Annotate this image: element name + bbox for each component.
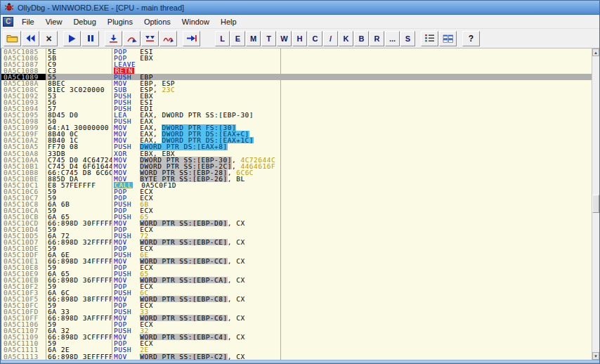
disasm-row[interactable]: 0A5C109457PUSH EDI: [1, 105, 592, 112]
cpu-window-icon[interactable]: C: [3, 17, 13, 27]
disassembly-cell: PUSH 65: [112, 214, 281, 220]
disasm-row[interactable]: 0A5C10F259POP ECX: [1, 283, 592, 290]
ollydbg-window: OllyDbg - WINWORD.EXE - [CPU - main thre…: [0, 0, 600, 364]
comment-cell: [281, 182, 592, 188]
disasm-row[interactable]: 0A5C10AAC745 D0 4C64724CMOV DWORD PTR SS…: [1, 157, 592, 163]
toolbar-letter-button-0[interactable]: L: [215, 31, 230, 46]
disasm-row[interactable]: 0A5C10C759POP ECX: [1, 195, 592, 201]
disasm-row[interactable]: 0A5C108955PUSH EBP: [1, 74, 592, 80]
disassembly-cell: MOV WORD PTR SS:[EBP-C6], CX: [112, 315, 281, 321]
disasm-row[interactable]: 0A5C10B1C745 D4 6F616444MOV DWORD PTR SS…: [1, 163, 592, 169]
menu-item-plugins[interactable]: Plugins: [102, 15, 138, 28]
hexdump-cell: 50: [46, 118, 112, 124]
comment-cell: [281, 124, 592, 131]
disasm-row[interactable]: 0A5C10E859POP ECX: [1, 264, 592, 271]
disasm-row[interactable]: 0A5C11116A 2EPUSH 2E: [1, 346, 592, 353]
toolbar-letter-button-5[interactable]: H: [292, 31, 307, 46]
disasm-row[interactable]: 0A5C10F566:898D 38FFFFFFMOV WORD PTR SS:…: [1, 296, 592, 302]
run-button[interactable]: [63, 31, 81, 46]
pause-button[interactable]: [81, 31, 99, 46]
step-into-button[interactable]: [105, 31, 122, 46]
disasm-row[interactable]: 0A5C10C1E8 57FEFFFFCALL 0A5C0F1D: [1, 182, 592, 188]
disasm-row[interactable]: 0A5C10A5FF70 08PUSH DWORD PTR DS:[EAX+8]: [1, 143, 592, 150]
disasm-row[interactable]: 0A5C10BE885D DAMOV BYTE PTR SS:[EBP-26],…: [1, 176, 592, 182]
toolbar-letter-button-11[interactable]: ...: [385, 31, 400, 46]
disasm-row[interactable]: 0A5C110659POP ECX: [1, 321, 592, 327]
disasm-row[interactable]: 0A5C110966:898D 3CFFFFFFMOV WORD PTR SS:…: [1, 334, 592, 340]
disasm-row[interactable]: 0A5C10A28B40 1CMOV EAX, DWORD PTR DS:[EA…: [1, 137, 592, 143]
step-over-button[interactable]: [123, 31, 141, 46]
disassembly-cell: PUSH 6E: [112, 252, 281, 258]
disasm-row[interactable]: 0A5C10CD66:898D 30FFFFFFMOV WORD PTR SS:…: [1, 220, 592, 226]
disasm-row[interactable]: 0A5C111366:898D 3EFFFFFFMOV WORD PTR SS:…: [1, 353, 592, 360]
address-cell: 0A5C10E8: [1, 264, 46, 271]
menu-item-file[interactable]: File: [16, 15, 40, 28]
menu-item-help[interactable]: Help: [215, 15, 242, 28]
disasm-row[interactable]: 0A5C1088C3RETN: [1, 67, 592, 74]
comment-cell: [281, 271, 592, 277]
disasm-row[interactable]: 0A5C10EB66:898D 36FFFFFFMOV WORD PTR SS:…: [1, 277, 592, 283]
disasm-row[interactable]: 0A5C10855EPOP ESI: [1, 48, 592, 55]
comment-cell: [281, 290, 592, 296]
title-bar[interactable]: OllyDbg - WINWORD.EXE - [CPU - main thre…: [1, 1, 599, 15]
scroll-up-icon[interactable]: ▲: [592, 48, 599, 56]
animate-into-button[interactable]: [141, 31, 159, 46]
disasm-row[interactable]: 0A5C109356PUSH ESI: [1, 99, 592, 105]
toolbar-letter-button-3[interactable]: T: [261, 31, 276, 46]
disasm-row[interactable]: 0A5C10FD6A 33PUSH 33: [1, 308, 592, 315]
toolbar-letter-button-1[interactable]: E: [230, 31, 245, 46]
disasm-row[interactable]: 0A5C108A8BECMOV EBP, ESP: [1, 80, 592, 86]
disasm-row[interactable]: 0A5C109964:A1 30000000MOV EAX, DWORD PTR…: [1, 124, 592, 131]
disasm-row[interactable]: 0A5C111059POP ECX: [1, 340, 592, 346]
menu-item-options[interactable]: Options: [138, 15, 176, 28]
disasm-row[interactable]: 0A5C10E166:898D 34FFFFFFMOV WORD PTR SS:…: [1, 258, 592, 264]
disasm-row[interactable]: 0A5C1087C9LEAVE: [1, 61, 592, 67]
disasm-row[interactable]: 0A5C109F8B40 0CMOV EAX, DWORD PTR DS:[EA…: [1, 131, 592, 137]
close-button[interactable]: ×: [40, 31, 58, 46]
disasm-row[interactable]: 0A5C10D459POP ECX: [1, 226, 592, 233]
disasm-row[interactable]: 0A5C10DE59POP ECX: [1, 245, 592, 252]
disasm-row[interactable]: 0A5C10D766:898D 32FFFFFFMOV WORD PTR SS:…: [1, 239, 592, 245]
toolbar-letter-button-12[interactable]: S: [400, 31, 415, 46]
disasm-row[interactable]: 0A5C10CB6A 65PUSH 65: [1, 214, 592, 220]
disasm-row[interactable]: 0A5C109850PUSH EAX: [1, 118, 592, 124]
disasm-row[interactable]: 0A5C10F36A 6CPUSH 6C: [1, 290, 592, 296]
disasm-row[interactable]: 0A5C10FC59POP ECX: [1, 302, 592, 308]
vertical-scrollbar[interactable]: ▲ ▼: [592, 48, 599, 360]
disasm-row[interactable]: 0A5C10D56A 72PUSH 72: [1, 233, 592, 239]
execute-till-return-button[interactable]: [183, 31, 200, 46]
toolbar-letter-button-7[interactable]: /: [323, 31, 338, 46]
disasm-row[interactable]: 0A5C10865BPOP EBX: [1, 55, 592, 61]
disasm-row[interactable]: 0A5C10C86A 6BPUSH 6B: [1, 201, 592, 207]
toolbar-letter-button-4[interactable]: W: [277, 31, 292, 46]
disasm-row[interactable]: 0A5C10CA59POP ECX: [1, 207, 592, 214]
windows-button[interactable]: [439, 31, 457, 46]
disassembly-cell: PUSH DWORD PTR DS:[EAX+8]: [112, 143, 281, 150]
disasm-row[interactable]: 0A5C109253PUSH EBX: [1, 93, 592, 99]
appearance-button[interactable]: [421, 31, 438, 46]
open-file-button[interactable]: [4, 31, 21, 46]
disasm-row[interactable]: 0A5C10958D45 D0LEA EAX, DWORD PTR SS:[EB…: [1, 112, 592, 118]
toolbar-letter-button-2[interactable]: M: [246, 31, 261, 46]
toolbar-letter-button-9[interactable]: B: [354, 31, 369, 46]
disasm-row[interactable]: 0A5C10DF6A 6EPUSH 6E: [1, 252, 592, 258]
menu-item-debug[interactable]: Debug: [67, 15, 101, 28]
disasm-row[interactable]: 0A5C108C81EC 3C020000SUB ESP, 23C: [1, 86, 592, 93]
help-button[interactable]: ?: [462, 31, 480, 46]
menu-item-window[interactable]: Window: [176, 15, 215, 28]
disasm-row[interactable]: 0A5C10B866:C745 D8 6C6CMOV WORD PTR SS:[…: [1, 169, 592, 176]
toolbar-letter-button-6[interactable]: C: [308, 31, 322, 46]
scrollbar-thumb[interactable]: [592, 195, 599, 213]
disasm-row[interactable]: 0A5C10FF66:898D 3AFFFFFFMOV WORD PTR SS:…: [1, 315, 592, 321]
toolbar-letter-button-10[interactable]: R: [370, 31, 384, 46]
disassembly-cell: PUSH EDI: [112, 105, 281, 112]
scroll-down-icon[interactable]: ▼: [592, 352, 599, 360]
disasm-row[interactable]: 0A5C10C659POP ECX: [1, 188, 592, 195]
restart-button[interactable]: [22, 31, 39, 46]
animate-over-button[interactable]: [159, 31, 177, 46]
disasm-row[interactable]: 0A5C10A833DBXOR EBX, EBX: [1, 150, 592, 157]
toolbar-letter-button-8[interactable]: K: [339, 31, 353, 46]
menu-item-view[interactable]: View: [40, 15, 68, 28]
disasm-row[interactable]: 0A5C11076A 32PUSH 32: [1, 327, 592, 334]
disasm-row[interactable]: 0A5C10E96A 65PUSH 65: [1, 271, 592, 277]
